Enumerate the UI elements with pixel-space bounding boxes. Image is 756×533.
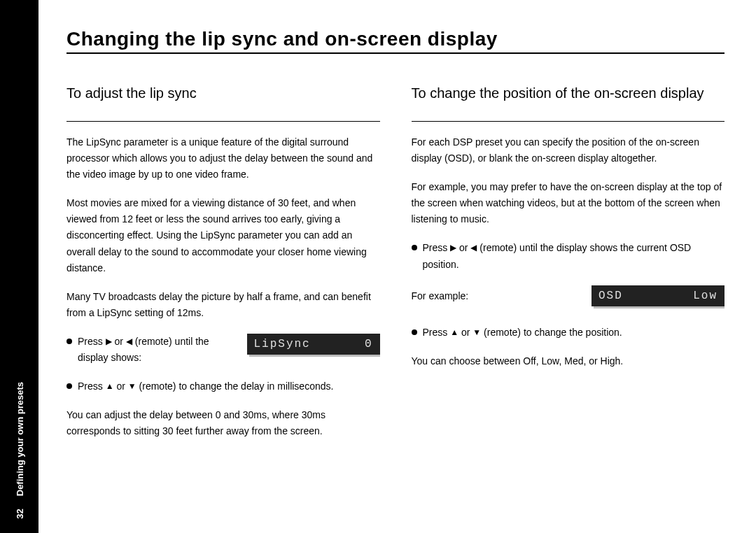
display-label: OSD — [598, 285, 623, 306]
body-text: You can choose between Off, Low, Med, or… — [412, 353, 725, 369]
lcd-display: LipSync 0 — [247, 334, 380, 355]
body-text: For example, you may prefer to have the … — [412, 179, 725, 227]
display-label: LipSync — [254, 334, 311, 355]
body-text: Most movies are mixed for a viewing dist… — [66, 195, 380, 276]
bullet-text: Press ▶ or ◀ (remote) until the display … — [78, 334, 237, 366]
up-arrow-icon: ▲ — [106, 380, 114, 394]
left-heading: To adjust the lip sync — [66, 82, 380, 122]
bullet-text: Press ▶ or ◀ (remote) until the display … — [423, 240, 725, 272]
bullet-icon — [66, 339, 72, 344]
page-number: 32 — [14, 509, 24, 519]
display-value: 0 — [365, 334, 373, 355]
sidebar-label: 32 Defining your own presets — [14, 382, 24, 526]
body-text: The LipSync parameter is a unique featur… — [66, 134, 380, 183]
right-arrow-icon: ▶ — [450, 241, 456, 255]
down-arrow-icon: ▼ — [472, 326, 481, 340]
bullet-text: Press ▲ or ▼ (remote) to change the dela… — [78, 378, 380, 395]
bullet-icon — [412, 245, 417, 250]
down-arrow-icon: ▼ — [128, 380, 136, 394]
section-label: Defining your own presets — [14, 382, 24, 496]
left-arrow-icon: ◀ — [126, 335, 132, 349]
right-column: To change the position of the on-screen … — [412, 82, 725, 452]
sidebar: 32 Defining your own presets — [0, 0, 38, 533]
bullet-icon — [66, 383, 72, 389]
right-heading: To change the position of the on-screen … — [412, 82, 725, 122]
instruction-with-display: LipSync 0 Press ▶ or ◀ (remote) until th… — [66, 334, 380, 366]
body-text: You can adjust the delay between 0 and 3… — [66, 407, 380, 439]
page-content: Changing the lip sync and on-screen disp… — [66, 28, 724, 452]
up-arrow-icon: ▲ — [450, 326, 458, 340]
columns: To adjust the lip sync The LipSync param… — [66, 82, 724, 452]
bullet-item: Press ▲ or ▼ (remote) to change the dela… — [66, 378, 380, 395]
right-arrow-icon: ▶ — [106, 335, 112, 349]
bullet-item: Press ▲ or ▼ (remote) to change the posi… — [412, 325, 725, 341]
bullet-item: Press ▶ or ◀ (remote) until the display … — [66, 334, 237, 366]
lcd-display: OSD Low — [592, 285, 724, 306]
bullet-text: Press ▲ or ▼ (remote) to change the posi… — [423, 325, 725, 341]
left-column: To adjust the lip sync The LipSync param… — [66, 82, 380, 452]
page-title: Changing the lip sync and on-screen disp… — [66, 28, 724, 54]
instruction-with-display: OSD Low For example: — [412, 285, 725, 312]
display-value: Low — [693, 285, 718, 306]
bullet-icon — [412, 329, 417, 335]
body-text: Many TV broadcasts delay the picture by … — [66, 289, 380, 321]
bullet-item: Press ▶ or ◀ (remote) until the display … — [412, 240, 725, 272]
body-text: For each DSP preset you can specify the … — [412, 134, 725, 166]
